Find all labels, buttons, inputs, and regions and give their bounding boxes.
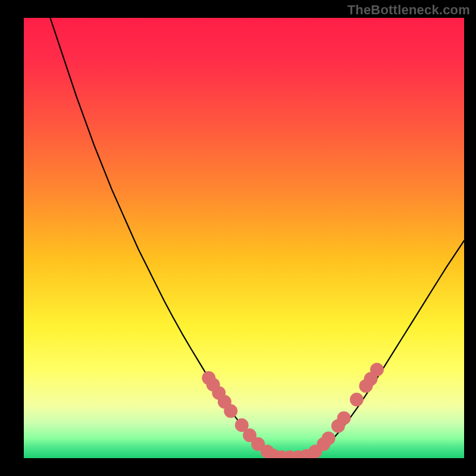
plot-area (24, 18, 464, 458)
curve-marker (224, 404, 237, 418)
curve-marker (337, 411, 351, 425)
curve-marker (322, 431, 336, 445)
gradient-background (24, 18, 464, 458)
curve-marker (370, 363, 384, 377)
chart-frame: TheBottleneck.com (0, 0, 476, 476)
curve-marker (350, 393, 364, 406)
bottleneck-chart (24, 18, 464, 458)
watermark-text: TheBottleneck.com (347, 2, 470, 18)
